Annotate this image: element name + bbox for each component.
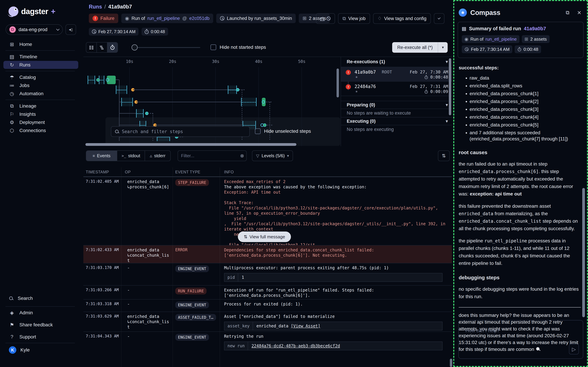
levels-filter-button[interactable]: ▽ Levels (5/6) ▾ xyxy=(252,150,293,161)
gantt-chart[interactable]: Hide unselected steps xyxy=(83,67,341,146)
col-event-type[interactable]: EVENT TYPE xyxy=(173,167,220,176)
pipeline-link[interactable]: run_etl_pipeline xyxy=(147,16,180,21)
compass-scrollbar[interactable] xyxy=(582,188,585,317)
close-icon[interactable]: × xyxy=(577,9,581,16)
zoom-slider-thumb[interactable] xyxy=(132,44,138,50)
clear-circle-icon[interactable]: ⊗ xyxy=(240,153,244,158)
workspace-selector[interactable]: D data-eng-prod xyxy=(6,24,63,35)
event-log-row[interactable]: 7:31:03.170 AM-ENGINE_EVENTMultiprocess … xyxy=(83,263,452,285)
run-id[interactable]: 22484a76 xyxy=(355,84,376,89)
run-duration: 0:00:48 xyxy=(424,75,448,80)
sidebar-item-jobs[interactable]: ≔Jobs xyxy=(3,81,78,89)
timed-view-toggle[interactable] xyxy=(107,42,118,52)
summary-run-id-link[interactable]: 41a9a0b7 xyxy=(524,26,546,32)
waterfall-view-toggle[interactable] xyxy=(97,42,107,52)
gantt-step-bar[interactable] xyxy=(121,98,133,106)
sidebar-item-connections[interactable]: ⬡Connections xyxy=(3,126,78,134)
gantt-step-dot[interactable] xyxy=(262,100,265,104)
user-menu[interactable]: KKyle xyxy=(0,345,82,355)
compass-spark-icon: * xyxy=(459,8,467,17)
metadata-link[interactable]: 22484a76-dcd2-487b-aeb3-db3bece6cf2d xyxy=(251,343,340,348)
col-timestamp[interactable]: TIMESTAMP xyxy=(83,167,121,176)
tab-events[interactable]: ≡Events xyxy=(86,151,117,161)
sidebar-item-lineage[interactable]: ⧉Lineage xyxy=(3,102,78,110)
connections-icon: ⬡ xyxy=(9,128,15,133)
gantt-step-dot[interactable] xyxy=(96,78,100,82)
view-tags-config-button[interactable]: ♢ View tags and config xyxy=(373,13,431,24)
dagster-logo[interactable]: dagster + xyxy=(9,7,55,16)
expand-logs-button[interactable]: ⇅ xyxy=(438,150,450,161)
gantt-vertical-scrollbar[interactable] xyxy=(337,68,339,97)
tab-stderr[interactable]: △stderr xyxy=(145,151,170,161)
sidebar-item-search[interactable]: Search xyxy=(3,294,78,302)
view-full-message-button[interactable]: ⇅ View full message xyxy=(238,232,291,242)
flat-view-toggle[interactable] xyxy=(86,42,97,52)
event-metadata-table: pid1 xyxy=(224,273,443,282)
more-actions-button[interactable] xyxy=(434,13,444,24)
reexecutions-header[interactable]: Re-executions (1) ▾ xyxy=(341,57,452,67)
waterfall-icon xyxy=(100,46,104,49)
sidebar-divider xyxy=(5,343,75,343)
run-id[interactable]: 41a9a0b7 xyxy=(355,69,376,75)
sidebar-divider xyxy=(5,306,75,307)
stopwatch-icon xyxy=(425,90,428,93)
hide-not-started-checkbox[interactable] xyxy=(211,44,216,50)
sidebar-item-home[interactable]: ⊞Home xyxy=(3,40,78,48)
reexec-panel-scrollbar[interactable] xyxy=(449,58,451,115)
collapse-sidebar-button[interactable]: ◂▯ xyxy=(66,24,76,35)
zoom-slider-track[interactable] xyxy=(134,47,200,48)
breadcrumb-separator: / xyxy=(102,4,108,10)
sidebar-item-catalog[interactable]: ☂Catalog xyxy=(3,73,78,81)
sidebar-item-automation[interactable]: ◷Automation xyxy=(3,90,78,98)
reexec-run-row[interactable]: ! 22484a76 Feb 27, 7:31 AM * 0:00:09 xyxy=(341,82,452,96)
gantt-step-bar[interactable] xyxy=(88,76,95,84)
sidebar-item-support[interactable]: ?Support xyxy=(3,333,78,341)
event-log-row[interactable]: 7:31:04.343 AM-ENGINE_EVENTRetrying the … xyxy=(83,332,452,367)
step-search-box[interactable] xyxy=(111,126,250,137)
gantt-step-dot[interactable] xyxy=(263,123,266,127)
sidebar-item-timeline[interactable]: ▤Timeline xyxy=(3,53,78,61)
gantt-step-bar[interactable] xyxy=(116,85,127,94)
col-info[interactable]: INFO xyxy=(220,167,452,176)
reexec-run-row[interactable]: ! 41a9a0b7 ROOT Feb 27, 7:30 AM * 0:00:4… xyxy=(341,67,452,82)
gantt-step-dot[interactable] xyxy=(106,78,109,82)
reexecute-all-button[interactable]: Re-execute all (*) ▾ xyxy=(392,42,448,53)
compass-chat-input[interactable] xyxy=(459,320,583,359)
col-op[interactable]: OP xyxy=(121,167,173,176)
sidebar-item-insights[interactable]: ⚐Insights xyxy=(3,110,78,118)
pipeline-link[interactable]: run_etl_pipeline xyxy=(486,37,517,42)
event-log-row[interactable]: 7:31:02.433 AMenriched_data↳concat_chunk… xyxy=(83,245,452,263)
open-new-icon[interactable]: ⧉ xyxy=(566,10,569,16)
event-log-row[interactable]: 7:31:03.318 AM-ENGINE_EVENTProcess for r… xyxy=(83,299,452,312)
sidebar-item-runs[interactable]: ↻Runs xyxy=(3,61,78,69)
step-search-input[interactable] xyxy=(122,129,246,134)
summary-prefix: Summary of failed run xyxy=(469,26,521,32)
metadata-link[interactable]: [View Asset] xyxy=(291,324,320,328)
sidebar-item-deployment[interactable]: ⚙Deployment xyxy=(3,118,78,126)
executing-section-header[interactable]: Executing (0) ▾ xyxy=(341,117,452,125)
gantt-step-bar[interactable] xyxy=(228,85,237,94)
log-filter-box[interactable]: ⊗ xyxy=(178,150,247,161)
stopwatch-icon xyxy=(145,30,149,34)
events-scrollbar[interactable] xyxy=(450,359,452,367)
tab-stdout[interactable]: >_stdout xyxy=(117,151,145,161)
send-button[interactable]: ▷ xyxy=(569,344,579,354)
gantt-horizontal-scrollbar[interactable] xyxy=(85,143,296,146)
event-log-row[interactable]: 7:31:03.266 AM-RUN_FAILUREExecution of r… xyxy=(83,285,452,299)
log-filter-input[interactable] xyxy=(181,153,238,158)
gantt-step-bar[interactable] xyxy=(241,98,256,106)
sidebar-item-admin[interactable]: ◈Admin xyxy=(3,309,78,317)
reexecute-dropdown[interactable]: ▾ xyxy=(438,42,448,53)
commit-link[interactable]: e2c051db xyxy=(189,16,210,21)
hide-unselected-checkbox[interactable] xyxy=(255,128,261,134)
alerts-button[interactable] xyxy=(316,13,335,24)
event-log-row[interactable]: 7:31:03.629 AMenriched_data↳concat_chunk… xyxy=(83,312,452,332)
view-job-button[interactable]: ⧉ View job xyxy=(338,13,370,24)
table-header-row: TIMESTAMP OP EVENT TYPE INFO xyxy=(83,167,452,177)
event-metadata-table: new run22484a76-dcd2-487b-aeb3-db3bece6c… xyxy=(224,342,443,350)
preparing-section-header[interactable]: Preparing (0) ▾ xyxy=(341,101,452,109)
gantt-step-dot[interactable] xyxy=(236,88,239,92)
breadcrumb-runs-link[interactable]: Runs xyxy=(89,4,102,10)
gantt-step-bar[interactable] xyxy=(136,109,144,118)
sidebar-item-share-feedback[interactable]: ⚑Share feedback xyxy=(3,321,78,329)
